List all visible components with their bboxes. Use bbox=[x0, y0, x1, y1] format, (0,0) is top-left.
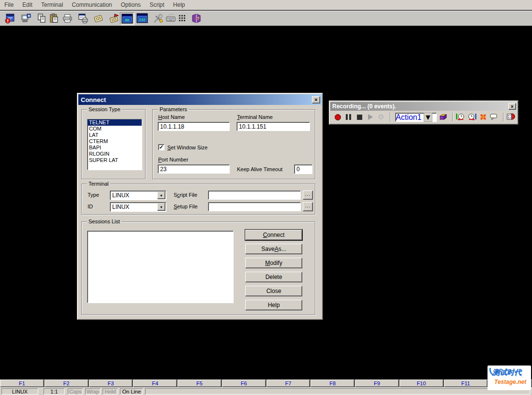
show-log-button[interactable] bbox=[506, 112, 515, 122]
screen-132-columns-icon[interactable]: 132 bbox=[136, 13, 148, 24]
status-wrap: Wrap bbox=[85, 388, 101, 395]
hangup-icon[interactable] bbox=[108, 13, 120, 24]
menu-edit[interactable]: Edit bbox=[18, 0, 37, 10]
function-key-button[interactable]: F8 bbox=[310, 380, 355, 387]
new-action-button[interactable] bbox=[439, 112, 447, 122]
host-name-input[interactable]: 10.1.1.18 bbox=[158, 122, 230, 131]
function-key-button[interactable]: F7 bbox=[266, 380, 310, 387]
insert-start-time-button[interactable] bbox=[456, 112, 465, 122]
insert-end-time-icon bbox=[467, 113, 477, 121]
script-file-input[interactable] bbox=[208, 190, 301, 200]
save-as-button[interactable]: Save As... bbox=[245, 244, 302, 254]
separator bbox=[503, 113, 504, 121]
chevron-down-icon[interactable]: ▼ bbox=[157, 203, 165, 211]
record-button[interactable] bbox=[333, 112, 342, 122]
show-log-icon bbox=[506, 113, 515, 121]
action-select[interactable]: Action1 ▼ bbox=[395, 113, 437, 122]
svg-text:132: 132 bbox=[139, 17, 146, 22]
keep-alive-timeout-label: Keep Alive Timeout bbox=[237, 166, 282, 172]
status-cursor-position: 1:1 bbox=[44, 388, 65, 395]
watermark: 测试时代 Testage.net bbox=[488, 366, 531, 390]
status-terminal-type: LINUX bbox=[1, 388, 38, 395]
gear-icon: ⚙ bbox=[378, 113, 384, 121]
pause-button[interactable] bbox=[344, 112, 353, 122]
terminal-id-label: ID bbox=[88, 204, 93, 209]
separator bbox=[452, 113, 453, 121]
svg-text:80: 80 bbox=[125, 18, 130, 22]
recording-close-icon[interactable]: × bbox=[508, 103, 516, 110]
print-setup-icon[interactable] bbox=[77, 13, 89, 24]
function-key-button[interactable]: F5 bbox=[177, 380, 222, 387]
copy-icon[interactable] bbox=[36, 13, 47, 24]
chevron-down-icon[interactable]: ▼ bbox=[424, 113, 432, 122]
modify-button[interactable]: Modify bbox=[245, 258, 302, 268]
screen-80-columns-icon[interactable]: 80 bbox=[120, 12, 134, 25]
dial-icon[interactable] bbox=[93, 13, 104, 24]
menu-terminal[interactable]: Terminal bbox=[37, 0, 67, 10]
function-key-button[interactable]: F1 bbox=[0, 380, 44, 387]
sessions-listbox[interactable] bbox=[87, 231, 234, 303]
connect-dialog: Connect × Session Type TELNETCOMLATCTERM… bbox=[77, 93, 323, 320]
session-type-option[interactable]: LAT bbox=[88, 132, 142, 138]
recording-titlebar[interactable]: Recording... (0 events). × bbox=[330, 102, 517, 111]
print-icon[interactable] bbox=[62, 13, 74, 24]
session-type-option[interactable]: SUPER LAT bbox=[88, 157, 142, 163]
insert-comment-button[interactable] bbox=[489, 112, 498, 122]
function-key-button[interactable]: F3 bbox=[89, 380, 133, 387]
connect-button[interactable]: Connect bbox=[245, 230, 302, 240]
terminal-type-select[interactable]: LINUX ▼ bbox=[110, 190, 166, 200]
keep-alive-timeout-input[interactable]: 0 bbox=[294, 164, 312, 174]
menu-script[interactable]: Script bbox=[145, 0, 169, 10]
function-key-bar: F1F2F3F4F5F6F7F8F9F10F11F12 bbox=[0, 380, 532, 387]
setup-file-browse-button[interactable]: ... bbox=[303, 202, 313, 211]
terminal-name-label: Terminal Name bbox=[237, 114, 273, 120]
comment-icon bbox=[489, 113, 498, 121]
session-type-option[interactable]: BAPI bbox=[88, 145, 142, 151]
function-key-button[interactable]: F2 bbox=[44, 380, 89, 387]
recording-toolbar: Recording... (0 events). × ⚙ Action1 ▼ bbox=[329, 101, 518, 125]
help-book-icon[interactable]: ? bbox=[191, 13, 202, 24]
settings-button[interactable]: ⚙ bbox=[377, 112, 385, 122]
setup-file-input[interactable] bbox=[208, 202, 301, 211]
close-button[interactable]: Close bbox=[245, 286, 302, 296]
port-number-input[interactable]: 23 bbox=[158, 164, 230, 174]
function-key-button[interactable]: F11 bbox=[444, 380, 488, 387]
connect-dialog-titlebar[interactable]: Connect × bbox=[78, 94, 322, 105]
parameters-group-label: Parameters bbox=[158, 106, 189, 112]
session-type-option[interactable]: COM bbox=[88, 126, 142, 132]
exit-session-icon[interactable] bbox=[4, 13, 15, 24]
play-button[interactable] bbox=[366, 112, 374, 122]
function-key-button[interactable]: F4 bbox=[133, 380, 177, 387]
setup-tools-icon[interactable] bbox=[152, 13, 163, 24]
function-key-button[interactable]: F9 bbox=[355, 380, 399, 387]
dialog-close-icon[interactable]: × bbox=[312, 96, 320, 103]
session-type-list[interactable]: TELNETCOMLATCTERMBAPIRLOGINSUPER LAT bbox=[87, 119, 142, 170]
menu-communication[interactable]: Communication bbox=[67, 0, 116, 10]
menu-options[interactable]: Options bbox=[117, 0, 145, 10]
cancel-recording-button[interactable] bbox=[479, 112, 488, 122]
session-type-option[interactable]: CTERM bbox=[88, 138, 142, 145]
session-type-option[interactable]: RLOGIN bbox=[88, 151, 142, 157]
status-online: On Line bbox=[120, 388, 143, 395]
chevron-down-icon[interactable]: ▼ bbox=[157, 191, 165, 199]
menu-help[interactable]: Help bbox=[169, 0, 190, 10]
new-session-icon[interactable] bbox=[20, 13, 31, 24]
help-button[interactable]: Help bbox=[245, 300, 302, 310]
session-type-option[interactable]: TELNET bbox=[88, 119, 142, 126]
insert-end-time-button[interactable] bbox=[467, 112, 477, 122]
terminal-id-select[interactable]: LINUX ▼ bbox=[110, 202, 166, 212]
keyboard-mapping-icon[interactable] bbox=[165, 13, 177, 24]
sessions-list-group-label: Sessions List bbox=[87, 219, 121, 224]
dialog-title: Connect bbox=[78, 96, 106, 103]
terminal-name-input[interactable]: 10.1.1.151 bbox=[236, 122, 310, 131]
delete-button[interactable]: Delete bbox=[245, 272, 302, 282]
stop-button[interactable] bbox=[355, 112, 364, 122]
function-key-button[interactable]: F10 bbox=[399, 380, 443, 387]
paste-icon[interactable] bbox=[48, 13, 60, 24]
script-file-browse-button[interactable]: ... bbox=[303, 190, 313, 200]
set-window-size-checkbox[interactable]: ✓ bbox=[158, 144, 164, 150]
menu-file[interactable]: File bbox=[0, 0, 18, 10]
block-mode-grid-icon[interactable] bbox=[177, 13, 189, 24]
watermark-site: Testage.net bbox=[494, 379, 531, 385]
function-key-button[interactable]: F6 bbox=[222, 380, 266, 387]
